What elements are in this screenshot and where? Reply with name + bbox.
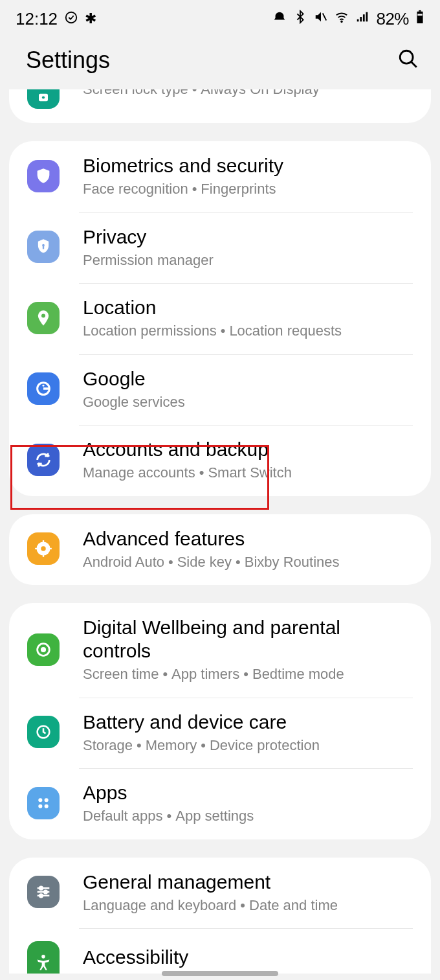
settings-group-device: Digital Wellbeing and parental controls … — [9, 603, 431, 839]
svg-point-7 — [400, 51, 413, 63]
battery-text: 82% — [376, 9, 409, 29]
search-button[interactable] — [397, 48, 419, 73]
settings-item-text: General management Language and keyboard… — [83, 871, 338, 915]
page-title: Settings — [26, 47, 110, 74]
settings-item-lock-screen[interactable]: Screen lock type•Always On Display — [9, 89, 431, 123]
svg-point-33 — [39, 895, 43, 898]
settings-item-battery-care[interactable]: Battery and device care Storage•Memory•D… — [9, 698, 431, 769]
settings-item-text: Screen lock type•Always On Display — [83, 89, 320, 98]
svg-rect-17 — [43, 540, 44, 543]
svg-rect-19 — [35, 548, 38, 549]
status-time: 12:12 — [16, 9, 58, 29]
svg-point-22 — [41, 647, 46, 652]
battery-icon — [415, 10, 424, 28]
apps-icon — [27, 787, 60, 819]
navigation-handle[interactable] — [162, 971, 278, 976]
settings-group-lock: Screen lock type•Always On Display — [9, 89, 431, 123]
mute-icon — [314, 10, 328, 28]
settings-item-apps[interactable]: Apps Default apps•App settings — [9, 768, 431, 839]
status-left: 12:12 ✱ — [16, 9, 96, 29]
header: Settings — [0, 35, 440, 89]
svg-point-27 — [45, 804, 49, 808]
svg-point-16 — [41, 547, 45, 551]
settings-item-biometrics[interactable]: Biometrics and security Face recognition… — [9, 141, 431, 212]
settings-group-advanced: Advanced features Android Auto•Side key•… — [9, 514, 431, 586]
sliders-icon — [27, 876, 60, 908]
svg-point-13 — [41, 313, 45, 317]
status-right: 82% — [272, 9, 424, 29]
settings-item-text: Apps Default apps•App settings — [83, 781, 254, 825]
settings-item-text: Location Location permissions•Location r… — [83, 296, 342, 340]
device-icon: ✱ — [85, 10, 96, 27]
svg-point-32 — [44, 891, 47, 894]
bluetooth-icon — [293, 10, 307, 28]
settings-item-location[interactable]: Location Location permissions•Location r… — [9, 283, 431, 354]
gear-badge-icon — [27, 532, 60, 565]
svg-line-8 — [411, 62, 417, 67]
signal-icon — [355, 10, 369, 28]
svg-rect-4 — [419, 10, 421, 12]
lock-icon — [27, 89, 60, 109]
svg-point-24 — [38, 798, 42, 802]
status-bar: 12:12 ✱ 82% — [0, 0, 440, 35]
svg-point-26 — [38, 804, 42, 808]
alarm-icon — [272, 10, 287, 28]
settings-item-text: Accessibility — [83, 946, 188, 969]
settings-item-text: Advanced features Android Auto•Side key•… — [83, 527, 340, 571]
settings-item-google[interactable]: Google Google services — [9, 354, 431, 426]
google-icon — [27, 372, 60, 405]
svg-point-10 — [42, 96, 45, 98]
settings-item-text: Biometrics and security Face recognition… — [83, 154, 283, 198]
svg-line-1 — [323, 14, 327, 21]
settings-item-general-management[interactable]: General management Language and keyboard… — [9, 858, 431, 929]
settings-item-accessibility[interactable]: Accessibility — [9, 928, 431, 974]
accessibility-icon — [27, 941, 60, 974]
svg-point-31 — [39, 887, 43, 890]
settings-item-text: Digital Wellbeing and parental controls … — [83, 616, 413, 683]
location-icon — [27, 302, 60, 334]
settings-item-text: Privacy Permission manager — [83, 225, 214, 269]
svg-rect-20 — [49, 548, 52, 549]
settings-item-text: Google Google services — [83, 367, 185, 411]
svg-point-25 — [45, 798, 49, 802]
settings-item-wellbeing[interactable]: Digital Wellbeing and parental controls … — [9, 603, 431, 698]
settings-item-privacy[interactable]: Privacy Permission manager — [9, 212, 431, 284]
settings-item-accounts-backup[interactable]: Accounts and backup Manage accounts•Smar… — [9, 425, 431, 496]
settings-item-text: Accounts and backup Manage accounts•Smar… — [83, 438, 292, 482]
svg-point-34 — [41, 955, 45, 959]
settings-item-text: Battery and device care Storage•Memory•D… — [83, 711, 320, 755]
svg-point-0 — [66, 12, 77, 23]
svg-rect-18 — [43, 554, 44, 557]
battery-care-icon — [27, 716, 60, 748]
svg-point-2 — [342, 21, 343, 22]
sync-icon — [27, 444, 60, 476]
shield-icon — [27, 160, 60, 192]
settings-item-advanced-features[interactable]: Advanced features Android Auto•Side key•… — [9, 514, 431, 586]
settings-group-general: General management Language and keyboard… — [9, 858, 431, 974]
wifi-icon — [335, 10, 349, 28]
privacy-icon — [27, 231, 60, 263]
settings-group-security: Biometrics and security Face recognition… — [9, 141, 431, 496]
auto-rotate-icon — [64, 9, 78, 29]
svg-rect-6 — [417, 14, 422, 16]
wellbeing-icon — [27, 633, 60, 666]
svg-rect-12 — [43, 246, 44, 249]
